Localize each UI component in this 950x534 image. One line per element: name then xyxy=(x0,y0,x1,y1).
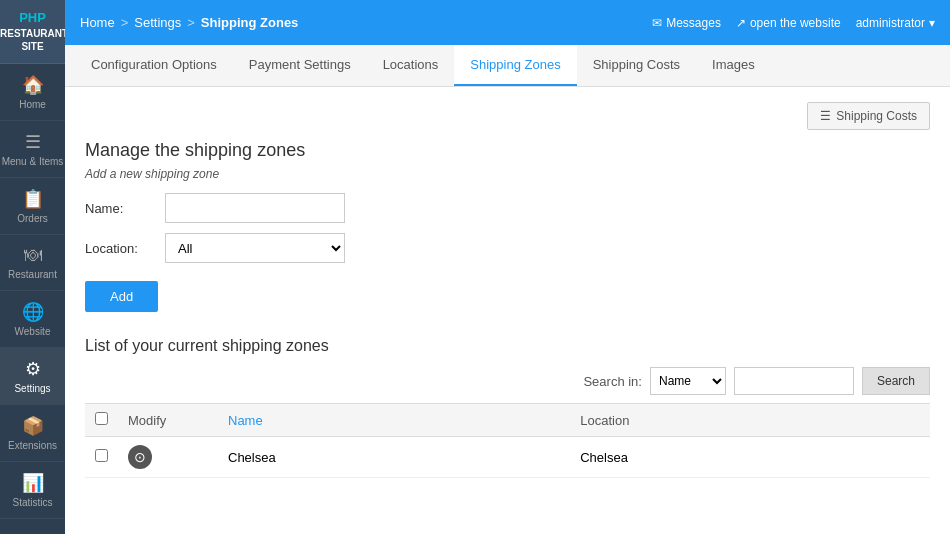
search-in-label: Search in: xyxy=(583,374,642,389)
row-modify-cell: ⊙ xyxy=(118,437,218,478)
sidebar-label-extensions: Extensions xyxy=(8,440,57,451)
topbar-actions: ✉ Messages ↗ open the website administra… xyxy=(652,16,935,30)
messages-icon: ✉ xyxy=(652,16,662,30)
tab-locations[interactable]: Locations xyxy=(367,45,455,86)
sidebar-item-restaurant[interactable]: 🍽 Restaurant xyxy=(0,235,65,291)
th-name-link[interactable]: Name xyxy=(228,413,263,428)
sidebar-logo: PHP RESTAURANT SITE xyxy=(0,0,65,64)
search-bar: Search in: Name Location Search xyxy=(85,367,930,395)
settings-icon: ⚙ xyxy=(25,358,41,380)
breadcrumb-sep2: > xyxy=(187,15,195,30)
page-body: ☰ Shipping Costs Manage the shipping zon… xyxy=(65,87,950,493)
tab-images[interactable]: Images xyxy=(696,45,771,86)
breadcrumb-sep1: > xyxy=(121,15,129,30)
menu-icon: ☰ xyxy=(25,131,41,153)
search-button[interactable]: Search xyxy=(862,367,930,395)
tab-shipping-costs[interactable]: Shipping Costs xyxy=(577,45,696,86)
add-zone-label: Add a new shipping zone xyxy=(85,167,930,181)
sidebar-item-extensions[interactable]: 📦 Extensions xyxy=(0,405,65,462)
sidebar-item-settings[interactable]: ⚙ Settings xyxy=(0,348,65,405)
search-in-select[interactable]: Name Location xyxy=(650,367,726,395)
table-header-row: Modify Name Location xyxy=(85,404,930,437)
open-website-icon: ↗ xyxy=(736,16,746,30)
sidebar-label-statistics: Statistics xyxy=(12,497,52,508)
list-section: List of your current shipping zones Sear… xyxy=(85,337,930,478)
shipping-costs-btn-icon: ☰ xyxy=(820,109,831,123)
logo-php: PHP xyxy=(0,10,65,27)
breadcrumb-current: Shipping Zones xyxy=(201,15,299,30)
messages-label: Messages xyxy=(666,16,721,30)
restaurant-icon: 🍽 xyxy=(24,245,42,266)
sidebar-item-home[interactable]: 🏠 Home xyxy=(0,64,65,121)
open-website-link[interactable]: ↗ open the website xyxy=(736,16,841,30)
sidebar-label-home: Home xyxy=(19,99,46,110)
topbar: Home > Settings > Shipping Zones ✉ Messa… xyxy=(65,0,950,45)
list-title: List of your current shipping zones xyxy=(85,337,930,355)
form-name-row: Name: xyxy=(85,193,930,223)
logo-restaurant: RESTAURANT xyxy=(0,27,65,40)
chevron-down-icon: ▾ xyxy=(929,16,935,30)
location-label: Location: xyxy=(85,241,165,256)
name-input[interactable] xyxy=(165,193,345,223)
th-modify-label: Modify xyxy=(128,413,166,428)
content-area: Configuration Options Payment Settings L… xyxy=(65,45,950,534)
logo-site: SITE xyxy=(0,40,65,53)
sidebar: PHP RESTAURANT SITE 🏠 Home ☰ Menu & Item… xyxy=(0,0,65,534)
home-icon: 🏠 xyxy=(22,74,44,96)
tab-config[interactable]: Configuration Options xyxy=(75,45,233,86)
th-modify: Modify xyxy=(118,404,218,437)
sidebar-item-orders[interactable]: 📋 Orders xyxy=(0,178,65,235)
admin-label: administrator xyxy=(856,16,925,30)
sidebar-label-settings: Settings xyxy=(14,383,50,394)
statistics-icon: 📊 xyxy=(22,472,44,494)
sidebar-item-website[interactable]: 🌐 Website xyxy=(0,291,65,348)
sidebar-label-website: Website xyxy=(15,326,51,337)
tab-shipping-zones[interactable]: Shipping Zones xyxy=(454,45,576,86)
page-title: Manage the shipping zones xyxy=(85,140,930,161)
sidebar-label-menu: Menu & Items xyxy=(2,156,64,167)
main-area: Home > Settings > Shipping Zones ✉ Messa… xyxy=(65,0,950,534)
admin-menu[interactable]: administrator ▾ xyxy=(856,16,935,30)
tabs-bar: Configuration Options Payment Settings L… xyxy=(65,45,950,87)
website-icon: 🌐 xyxy=(22,301,44,323)
form-location-row: Location: All xyxy=(85,233,930,263)
row-checkbox-cell xyxy=(85,437,118,478)
tab-payment[interactable]: Payment Settings xyxy=(233,45,367,86)
select-all-checkbox[interactable] xyxy=(95,412,108,425)
table-body: ⊙ Chelsea Chelsea xyxy=(85,437,930,478)
shipping-costs-button[interactable]: ☰ Shipping Costs xyxy=(807,102,930,130)
sidebar-label-restaurant: Restaurant xyxy=(8,269,57,280)
row-name: Chelsea xyxy=(228,450,276,465)
add-button[interactable]: Add xyxy=(85,281,158,312)
breadcrumb: Home > Settings > Shipping Zones xyxy=(80,15,652,30)
row-location-cell: Chelsea xyxy=(570,437,930,478)
th-checkbox xyxy=(85,404,118,437)
sidebar-label-orders: Orders xyxy=(17,213,48,224)
name-label: Name: xyxy=(85,201,165,216)
th-location-label: Location xyxy=(580,413,629,428)
orders-icon: 📋 xyxy=(22,188,44,210)
table-row: ⊙ Chelsea Chelsea xyxy=(85,437,930,478)
shipping-costs-btn-label: Shipping Costs xyxy=(836,109,917,123)
messages-link[interactable]: ✉ Messages xyxy=(652,16,721,30)
zones-table: Modify Name Location xyxy=(85,403,930,478)
breadcrumb-home[interactable]: Home xyxy=(80,15,115,30)
sidebar-item-statistics[interactable]: 📊 Statistics xyxy=(0,462,65,519)
search-input[interactable] xyxy=(734,367,854,395)
open-website-label: open the website xyxy=(750,16,841,30)
row-checkbox[interactable] xyxy=(95,449,108,462)
th-location: Location xyxy=(570,404,930,437)
row-name-cell: Chelsea xyxy=(218,437,570,478)
th-name: Name xyxy=(218,404,570,437)
row-location: Chelsea xyxy=(580,450,628,465)
location-select[interactable]: All xyxy=(165,233,345,263)
extensions-icon: 📦 xyxy=(22,415,44,437)
breadcrumb-settings[interactable]: Settings xyxy=(134,15,181,30)
edit-icon[interactable]: ⊙ xyxy=(128,445,152,469)
sidebar-item-menu-items[interactable]: ☰ Menu & Items xyxy=(0,121,65,178)
